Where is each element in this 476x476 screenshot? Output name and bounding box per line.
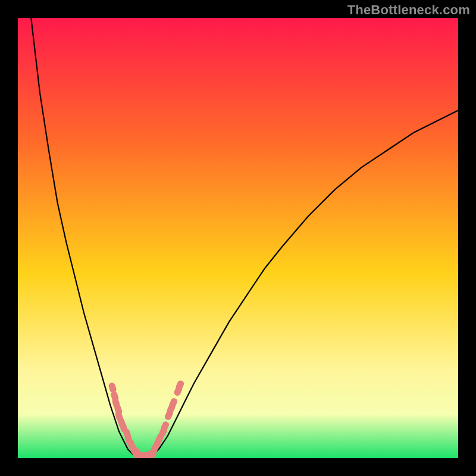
gradient-background (18, 18, 458, 458)
plot-svg (18, 18, 458, 458)
watermark-text: TheBottleneck.com (347, 2, 470, 18)
plot-area (18, 18, 458, 458)
chart-frame: TheBottleneck.com (0, 0, 476, 476)
data-marker (146, 451, 156, 458)
